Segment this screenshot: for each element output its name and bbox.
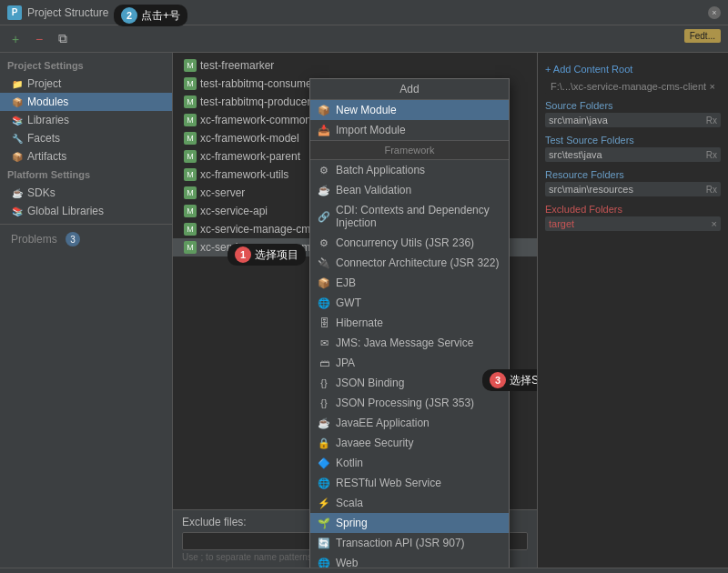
add-dialog-import-module[interactable]: 📥 Import Module [310, 120, 509, 140]
sidebar-item-global-libraries[interactable]: 📚 Global Libraries [0, 202, 172, 220]
module-name: test-rabbitmq-consumer [200, 77, 316, 90]
bottom-bar: ❓ OK Cancel Apply [0, 568, 728, 573]
project-icon: 📁 [11, 77, 24, 90]
framework-item-kotlin[interactable]: 🔷Kotlin [310, 453, 509, 473]
sidebar-item-modules[interactable]: 📦 Modules [0, 93, 172, 111]
annotation-1: 1 选择项目 [228, 244, 306, 266]
resource-path: src\main\resources Rx [545, 182, 721, 196]
module-icon: M [184, 186, 197, 199]
sidebar-item-sdks[interactable]: ☕ SDKs [0, 184, 172, 202]
libraries-icon: 📚 [11, 114, 24, 126]
add-dialog-new-module[interactable]: 📦 New Module [310, 100, 509, 120]
toolbar: + − ⧉ [0, 25, 728, 53]
framework-label: Javaee Security [336, 437, 413, 449]
framework-items-list: ⚙Batch Applications☕Bean Validation🔗CDI:… [310, 160, 509, 568]
import-module-icon: 📥 [318, 124, 330, 136]
framework-item-rest[interactable]: 🌐RESTful Web Service [310, 473, 509, 493]
framework-item-connector[interactable]: 🔌Connector Architecture (JSR 322) [310, 253, 509, 273]
framework-item-ejb[interactable]: 📦EJB [310, 273, 509, 293]
sidebar-sdks-label: SDKs [27, 186, 56, 199]
module-name: test-freemarker [200, 59, 274, 72]
excluded-folders-label: Excluded Folders [545, 204, 721, 215]
sidebar-libraries-label: Libraries [27, 114, 69, 126]
annotation-1-label: 选择项目 [255, 247, 298, 263]
problems-label: Problems [11, 233, 57, 246]
framework-label: RESTful Web Service [336, 477, 441, 489]
sidebar-item-problems[interactable]: Problems 3 [0, 228, 172, 250]
annotation-circle-1: 1 [235, 246, 251, 263]
framework-label: JPA [336, 357, 355, 369]
framework-item-gwt[interactable]: 🌐GWT [310, 293, 509, 313]
right-panel: Fedt... + Add Content Root F:\...\xc-ser… [537, 53, 728, 568]
sidebar-modules-label: Modules [27, 96, 68, 108]
module-name: xc-framework-parent [200, 150, 300, 163]
framework-item-json-proc[interactable]: {}JSON Processing (JSR 353) [310, 393, 509, 413]
sidebar: Project Settings 📁 Project 📦 Modules 📚 L… [0, 53, 173, 568]
json-proc-icon: {} [318, 397, 330, 409]
framework-label: Batch Applications [336, 164, 425, 176]
annotation-2: 2 点击+号 [114, 5, 187, 26]
framework-item-javaee-sec[interactable]: 🔒Javaee Security [310, 433, 509, 453]
javaee-icon: ☕ [318, 417, 330, 429]
sidebar-artifacts-label: Artifacts [27, 150, 66, 163]
copy-button[interactable]: ⧉ [53, 29, 73, 49]
close-button[interactable]: × [708, 6, 721, 19]
framework-item-jpa[interactable]: 🗃JPA [310, 353, 509, 373]
resource-folders-section: Resource Folders src\main\resources Rx [545, 169, 721, 196]
framework-item-batch[interactable]: ⚙Batch Applications [310, 160, 509, 180]
framework-item-transaction[interactable]: 🔄Transaction API (JSR 907) [310, 533, 509, 553]
framework-item-web[interactable]: 🌐Web [310, 553, 509, 568]
module-icon: M [184, 241, 197, 254]
framework-item-bean[interactable]: ☕Bean Validation [310, 180, 509, 200]
cdi-icon: 🔗 [318, 210, 330, 223]
facets-icon: 🔧 [11, 132, 24, 145]
remove-button[interactable]: − [29, 29, 49, 49]
module-icon: M [184, 132, 197, 145]
problems-badge: 3 [66, 232, 80, 246]
annotation-2-label: 点击+号 [141, 8, 180, 24]
ejb-icon: 📦 [318, 276, 330, 289]
sidebar-item-artifacts[interactable]: 📦 Artifacts [0, 147, 172, 166]
import-module-label: Import Module [336, 124, 406, 136]
bean-icon: ☕ [318, 184, 330, 196]
new-module-icon: 📦 [318, 104, 330, 116]
add-button[interactable]: + [5, 29, 25, 49]
sidebar-item-project[interactable]: 📁 Project [0, 75, 172, 93]
framework-item-spring[interactable]: 🌱Spring [310, 513, 509, 533]
content-area: Mtest-freemarkerMtest-rabbitmq-consumerM… [173, 53, 537, 568]
excluded-path: target × [545, 216, 721, 231]
add-dialog-header: Add [310, 79, 509, 100]
resource-folders-label: Resource Folders [545, 169, 721, 180]
framework-item-javaee[interactable]: ☕JavaEE Application [310, 413, 509, 433]
remove-excluded-icon[interactable]: × [712, 218, 717, 229]
excluded-folders-section: Excluded Folders target × [545, 204, 721, 231]
close-path-icon[interactable]: × [710, 81, 715, 92]
gwt-icon: 🌐 [318, 297, 330, 309]
framework-item-json-binding[interactable]: {}JSON Binding [310, 373, 509, 393]
scala-icon: ⚡ [318, 497, 330, 509]
framework-item-scala[interactable]: ⚡Scala [310, 493, 509, 513]
sdks-icon: ☕ [11, 186, 24, 199]
framework-item-jms[interactable]: ✉JMS: Java Message Service [310, 333, 509, 353]
framework-label: JavaEE Application [336, 417, 430, 429]
framework-item-cdi[interactable]: 🔗CDI: Contexts and Dependency Injection [310, 200, 509, 233]
test-source-folders-label: Test Source Folders [545, 135, 721, 146]
resource-path-icon: Rx [706, 185, 717, 195]
sidebar-item-facets[interactable]: 🔧 Facets [0, 129, 172, 147]
sidebar-item-libraries[interactable]: 📚 Libraries [0, 111, 172, 129]
framework-label: CDI: Contexts and Dependency Injection [336, 204, 501, 229]
concurrency-icon: ⚙ [318, 236, 330, 249]
json-binding-icon: {} [318, 377, 330, 389]
jpa-icon: 🗃 [318, 357, 330, 369]
framework-label: Spring [336, 517, 368, 529]
test-source-path: src\test\java Rx [545, 147, 721, 162]
hibernate-icon: 🗄 [318, 317, 330, 329]
module-name: xc-framework-utils [200, 168, 288, 181]
framework-item-hibernate[interactable]: 🗄Hibernate [310, 313, 509, 333]
sidebar-facets-label: Facets [27, 132, 60, 145]
annotation-3-label: 选择Spring [510, 373, 537, 388]
framework-item-concurrency[interactable]: ⚙Concurrency Utils (JSR 236) [310, 233, 509, 253]
module-item[interactable]: Mtest-freemarker [173, 56, 537, 75]
add-content-root-button[interactable]: + Add Content Root [545, 60, 721, 78]
module-icon: M [184, 77, 197, 90]
